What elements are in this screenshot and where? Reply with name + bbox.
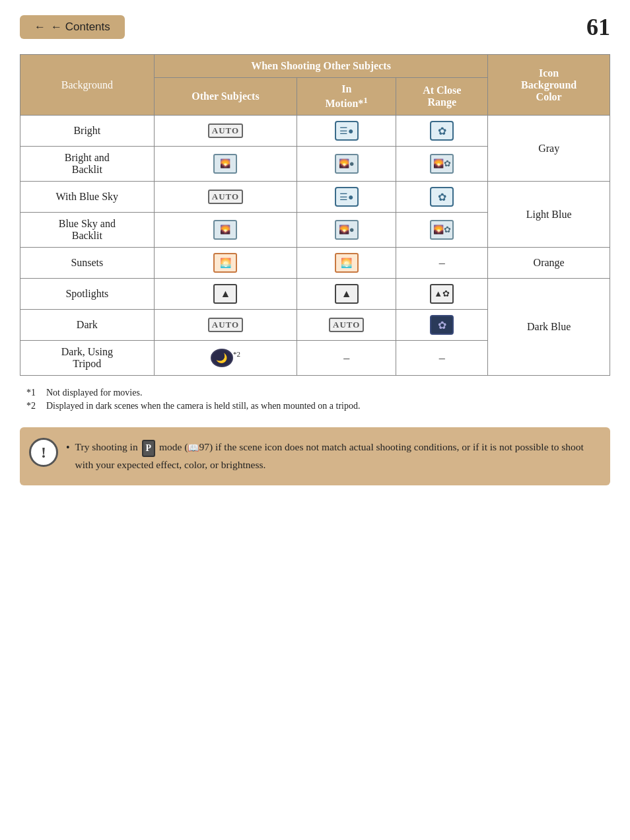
row-bluesky-backlit-label: Blue Sky andBacklit: [20, 213, 155, 248]
table-row: Sunsets 🌅 🌅 – Orange: [20, 248, 610, 279]
row-bluesky-label: With Blue Sky: [20, 182, 155, 213]
row-backlit-close: 🌄✿: [396, 147, 488, 182]
fn-text-2: Displayed in dark scenes when the camera…: [46, 401, 361, 411]
row-bluesky-close: ✿: [396, 182, 488, 213]
col-other-subjects: Other Subjects: [154, 78, 297, 116]
row-spotlights-label: Spotlights: [20, 279, 155, 310]
row-tripod-motion: –: [297, 341, 396, 376]
bluesky-backlit-motion-icon: 🌄●: [335, 220, 359, 240]
contents-label: ← Contents: [51, 20, 110, 34]
row-spotlights-other: ▲: [154, 279, 297, 310]
row-tripod-label: Dark, UsingTripod: [20, 341, 155, 376]
row-bright-other: AUTO: [154, 116, 297, 147]
auto-motion-icon: AUTO: [329, 318, 364, 332]
sunset-motion-icon: 🌅: [335, 253, 359, 273]
backlit-motion-icon: 🌄●: [335, 154, 359, 174]
triangle-motion-icon: ▲: [335, 284, 359, 304]
triangle-flower-icon: ▲✿: [430, 284, 454, 304]
night-icon: 🌙: [211, 349, 233, 367]
col-background: Background: [20, 55, 155, 116]
row-tripod-other: 🌙*2: [154, 341, 297, 376]
row-dark-label: Dark: [20, 310, 155, 341]
fn-num-1: *1: [26, 388, 41, 398]
page-header: ← ← Contents 61: [20, 13, 610, 41]
exclamation-icon: !: [29, 438, 58, 467]
row-dark-other: AUTO: [154, 310, 297, 341]
auto-icon2: AUTO: [208, 190, 243, 204]
motion-icon: ☰●: [335, 121, 359, 141]
col-in-motion: InMotion*1: [297, 78, 396, 116]
row-spotlights-motion: ▲: [297, 279, 396, 310]
sunset-icon: 🌅: [213, 253, 237, 273]
row-bluesky-backlit-motion: 🌄●: [297, 213, 396, 248]
p-mode-icon: P: [142, 440, 156, 457]
row-backlit-label: Bright andBacklit: [20, 147, 155, 182]
flower-icon: ✿: [430, 121, 454, 141]
row-sunsets-motion: 🌅: [297, 248, 396, 279]
notice-box: ! • Try shooting in P mode (📖97) if the …: [20, 427, 610, 485]
row-bright-label: Bright: [20, 116, 155, 147]
back-arrow-icon: ←: [34, 20, 46, 34]
bullet-dot: •: [66, 439, 70, 456]
row-bluesky-backlit-other: 🌄: [154, 213, 297, 248]
row-bright-motion: ☰●: [297, 116, 396, 147]
table-row: Spotlights ▲ ▲ ▲✿ Dark Blue: [20, 279, 610, 310]
footnote-1: *1 Not displayed for movies.: [26, 388, 610, 398]
page-number: 61: [586, 13, 610, 41]
row-backlit-other: 🌄: [154, 147, 297, 182]
notice-content: • Try shooting in P mode (📖97) if the sc…: [66, 439, 597, 473]
row-bluesky-motion: ☰●: [297, 182, 396, 213]
notice-text: Try shooting in P mode (📖97) if the scen…: [75, 439, 597, 473]
bluesky-backlit-close-icon: 🌄✿: [430, 220, 454, 240]
fn-text-1: Not displayed for movies.: [46, 388, 142, 398]
contents-button[interactable]: ← ← Contents: [20, 15, 125, 39]
row-sunsets-close: –: [396, 248, 488, 279]
auto-icon3: AUTO: [208, 318, 243, 332]
row-dark-close: ✿: [396, 310, 488, 341]
row-spotlights-close: ▲✿: [396, 279, 488, 310]
row-sunsets-label: Sunsets: [20, 248, 155, 279]
table-row: Bright AUTO ☰● ✿ Gray: [20, 116, 610, 147]
bluesky-backlit-icon: 🌄: [213, 220, 237, 240]
book-ref-icon: 📖: [188, 441, 199, 456]
col-at-close-range: At CloseRange: [396, 78, 488, 116]
row-bright-close: ✿: [396, 116, 488, 147]
dark-flower-icon: ✿: [430, 315, 454, 335]
col-shooting-header: When Shooting Other Subjects: [154, 55, 488, 78]
auto-icon: AUTO: [208, 123, 243, 138]
color-dark-blue: Dark Blue: [488, 279, 610, 376]
row-sunsets-other: 🌅: [154, 248, 297, 279]
footnotes: *1 Not displayed for movies. *2 Displaye…: [20, 388, 610, 411]
table-row: With Blue Sky AUTO ☰● ✿ Light Blue: [20, 182, 610, 213]
shooting-table: Background When Shooting Other Subjects …: [20, 54, 610, 376]
color-light-blue: Light Blue: [488, 182, 610, 248]
row-bluesky-backlit-close: 🌄✿: [396, 213, 488, 248]
color-gray: Gray: [488, 116, 610, 182]
flower-icon2: ✿: [430, 187, 454, 207]
motion-icon2: ☰●: [335, 187, 359, 207]
backlit-close-icon: 🌄✿: [430, 154, 454, 174]
row-backlit-motion: 🌄●: [297, 147, 396, 182]
triangle-icon: ▲: [213, 284, 237, 304]
color-orange: Orange: [488, 248, 610, 279]
footnote-2: *2 Displayed in dark scenes when the cam…: [26, 401, 610, 411]
row-bluesky-other: AUTO: [154, 182, 297, 213]
row-dark-motion: AUTO: [297, 310, 396, 341]
col-icon-bg-color: Icon Background Color: [488, 55, 610, 116]
backlit-icon: 🌄: [213, 154, 237, 174]
fn-num-2: *2: [26, 401, 41, 411]
row-tripod-close: –: [396, 341, 488, 376]
